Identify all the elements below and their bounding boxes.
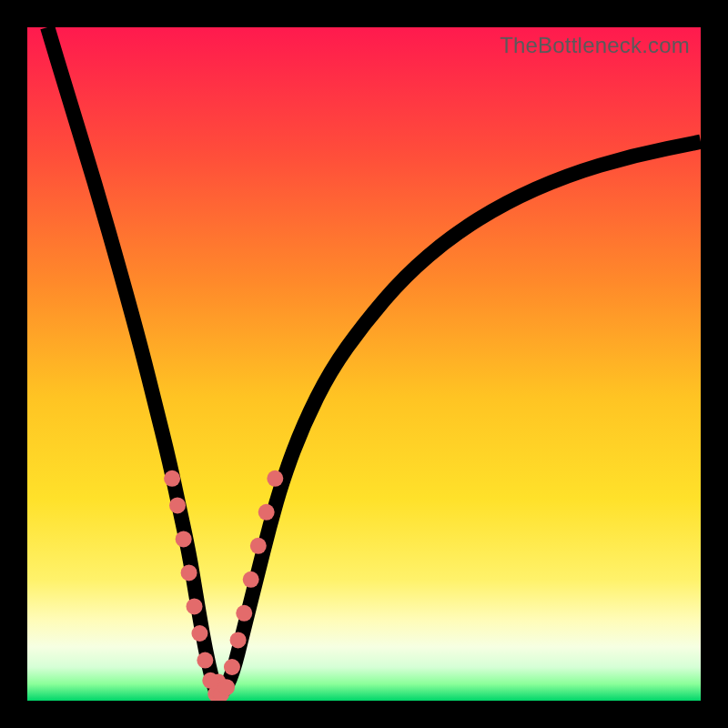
highlight-dot	[224, 659, 240, 675]
highlight-dot	[169, 497, 186, 513]
highlight-dot	[243, 571, 259, 588]
highlight-dot	[191, 625, 207, 642]
highlight-dot	[258, 504, 275, 521]
highlight-dot	[236, 605, 252, 622]
highlight-dot	[164, 470, 180, 487]
highlight-dot	[187, 598, 203, 614]
plot-area: TheBottleneck.com	[27, 27, 701, 701]
highlight-dot	[218, 679, 235, 695]
highlight-dot	[197, 652, 213, 669]
highlight-dot	[250, 538, 267, 554]
curve-layer	[27, 27, 701, 701]
highlight-dot	[267, 470, 283, 487]
highlight-dot	[176, 531, 192, 547]
highlight-dot	[230, 632, 247, 648]
bottleneck-curve	[47, 27, 701, 694]
highlight-dots	[164, 470, 283, 701]
highlight-dot	[181, 564, 197, 581]
chart-frame: TheBottleneck.com	[0, 0, 728, 728]
